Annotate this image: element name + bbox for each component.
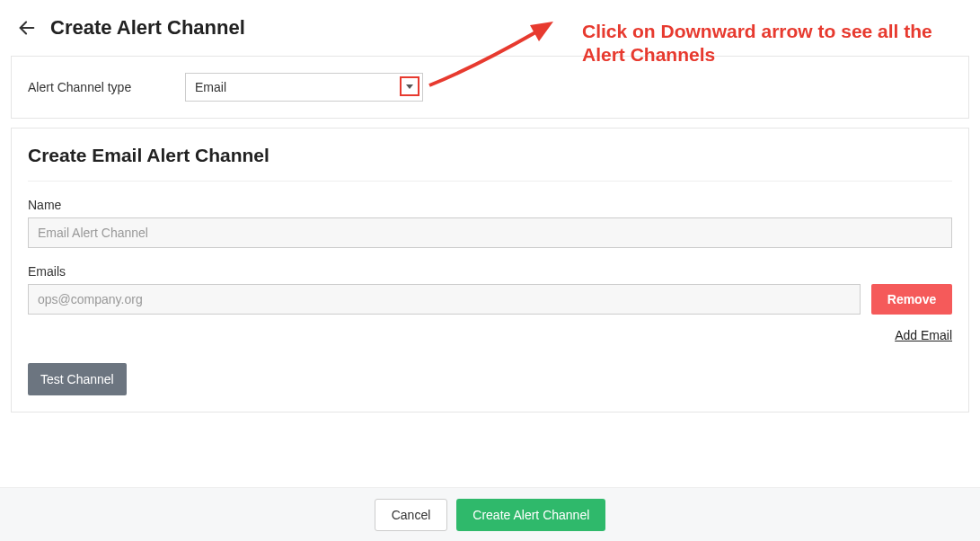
name-input[interactable] — [28, 217, 952, 248]
channel-type-panel: Alert Channel type Email — [11, 56, 969, 119]
email-input[interactable] — [28, 284, 861, 315]
section-title: Create Email Alert Channel — [28, 145, 952, 182]
create-alert-channel-button[interactable]: Create Alert Channel — [456, 499, 605, 531]
emails-label: Emails — [28, 264, 952, 279]
cancel-button[interactable]: Cancel — [375, 499, 448, 531]
channel-type-label: Alert Channel type — [28, 80, 185, 94]
footer-bar: Cancel Create Alert Channel — [0, 487, 980, 541]
create-email-panel: Create Email Alert Channel Name Emails R… — [11, 128, 969, 412]
remove-email-button[interactable]: Remove — [871, 284, 952, 315]
test-channel-button[interactable]: Test Channel — [28, 363, 127, 395]
arrow-left-icon — [17, 18, 37, 38]
page-title: Create Alert Channel — [50, 16, 245, 40]
back-button[interactable] — [16, 17, 38, 39]
channel-type-select[interactable]: Email — [185, 73, 423, 102]
add-email-link[interactable]: Add Email — [895, 328, 952, 342]
name-label: Name — [28, 198, 952, 212]
